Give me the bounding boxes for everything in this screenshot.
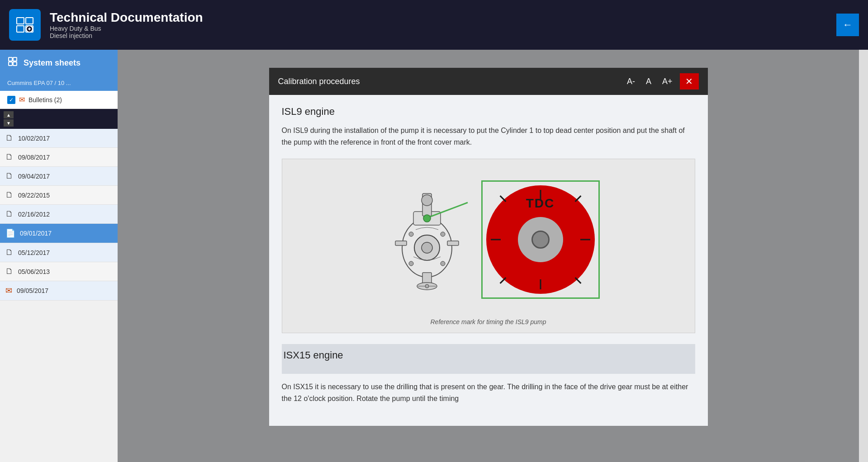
figure-caption: Reference mark for timing the ISL9 pump (289, 318, 688, 325)
modal-title: Calibration procedures (278, 77, 360, 86)
font-decrease-button[interactable]: A- (623, 75, 639, 88)
figure-container: TDC (282, 159, 695, 333)
tick-topleft (499, 195, 506, 202)
bulletins-checkbox[interactable]: ✓ (7, 96, 15, 104)
doc-icon-active: 📄 (5, 228, 15, 238)
modal-dialog: Calibration procedures A- A A+ ✕ ISL9 en… (269, 68, 708, 426)
tick-left (491, 239, 501, 240)
svg-point-21 (441, 261, 445, 266)
system-sheets-icon (7, 56, 18, 70)
tick-top (540, 190, 541, 200)
list-items: 🗋 10/02/2017 🗋 09/08/2017 🗋 09/04/2017 🗋… (0, 129, 118, 462)
svg-point-19 (441, 232, 445, 236)
doc-icon: 🗋 (5, 209, 14, 219)
tdc-hub (531, 231, 550, 249)
svg-rect-15 (395, 241, 407, 245)
sidebar-filter: Cummins EPA 07 / 10 ... (0, 76, 118, 91)
svg-point-20 (409, 261, 413, 266)
svg-rect-8 (13, 62, 17, 66)
sort-asc-button[interactable]: ▲ (4, 111, 14, 118)
svg-line-23 (431, 203, 468, 217)
svg-rect-1 (17, 26, 24, 32)
sort-buttons: ▲ ▼ (4, 111, 14, 127)
list-item[interactable]: 🗋 09/04/2017 (0, 167, 118, 186)
svg-point-22 (423, 215, 431, 222)
table-header: ▲ ▼ (0, 109, 118, 129)
svg-rect-16 (447, 241, 459, 245)
svg-rect-2 (26, 18, 33, 24)
svg-point-18 (409, 232, 413, 236)
bulletins-row[interactable]: ✓ ✉ Bulletins (2) (0, 91, 118, 109)
mail-icon: ✉ (19, 95, 25, 104)
svg-rect-6 (13, 57, 17, 61)
top-bar: Technical Documentation Heavy Duty & Bus… (0, 0, 868, 50)
main-area: System sheets Cummins EPA 07 / 10 ... ✓ … (0, 50, 868, 462)
svg-rect-7 (9, 62, 12, 66)
list-item[interactable]: 🗋 02/16/2012 (0, 205, 118, 224)
figure-inner: TDC (289, 166, 688, 313)
doc-icon: 🗋 (5, 248, 14, 257)
tick-bottomright (574, 277, 581, 284)
list-item[interactable]: 🗋 10/02/2017 (0, 129, 118, 148)
svg-rect-0 (17, 18, 24, 24)
doc-icon: 🗋 (5, 267, 14, 276)
font-increase-button[interactable]: A+ (659, 75, 676, 88)
doc-icon: 🗋 (5, 152, 14, 162)
doc-icon: 🗋 (5, 171, 14, 181)
tick-topright (574, 195, 581, 202)
back-button[interactable]: ← (836, 14, 859, 36)
svg-point-14 (422, 242, 432, 253)
modal-close-button[interactable]: ✕ (680, 73, 699, 90)
mail-doc-icon: ✉ (5, 286, 12, 296)
list-item[interactable]: 🗋 09/08/2017 (0, 148, 118, 167)
svg-point-12 (422, 195, 432, 206)
list-item[interactable]: ✉ 09/05/2017 (0, 281, 118, 301)
modal-overlay: Calibration procedures A- A A+ ✕ ISL9 en… (118, 50, 859, 462)
font-default-button[interactable]: A (642, 75, 655, 88)
list-item[interactable]: 🗋 05/06/2013 (0, 262, 118, 281)
modal-body: ISL9 engine On ISL9 during the installat… (269, 95, 708, 426)
app-shell: Technical Documentation Heavy Duty & Bus… (0, 0, 868, 462)
tick-bottom (540, 279, 541, 289)
content-area: Calibration procedures A- A A+ ✕ ISL9 en… (118, 50, 859, 462)
sidebar-header-label: System sheets (24, 58, 81, 68)
app-title: Technical Documentation (50, 10, 203, 25)
svg-point-26 (425, 284, 429, 288)
list-item[interactable]: 🗋 09/22/2015 (0, 186, 118, 205)
sort-desc-button[interactable]: ▼ (4, 119, 14, 127)
list-item-active[interactable]: 📄 09/01/2017 (0, 224, 118, 243)
pump-sketch (377, 166, 477, 313)
modal-controls: A- A A+ ✕ (623, 73, 699, 90)
sidebar: System sheets Cummins EPA 07 / 10 ... ✓ … (0, 50, 118, 462)
section1-title: ISL9 engine (282, 106, 695, 118)
doc-icon: 🗋 (5, 190, 14, 200)
bulletins-label: Bulletins (2) (28, 96, 62, 104)
list-item[interactable]: 🗋 05/12/2017 (0, 243, 118, 262)
tick-bottomleft (499, 277, 506, 284)
svg-rect-5 (9, 57, 12, 61)
doc-icon: 🗋 (5, 133, 14, 143)
section2-title: ISX15 engine (282, 349, 695, 361)
tdc-diagram: TDC (481, 180, 600, 299)
tdc-outer-circle: TDC (486, 185, 595, 294)
app-subtitle: Heavy Duty & Bus Diesel injection (50, 25, 203, 39)
app-icon (9, 9, 41, 41)
tdc-inner-circle (518, 217, 563, 262)
sidebar-header: System sheets (0, 50, 118, 76)
section1-text: On ISL9 during the installation of the p… (282, 125, 695, 148)
tick-right (580, 239, 590, 240)
modal-header: Calibration procedures A- A A+ ✕ (269, 68, 708, 95)
section2-text: On ISX15 it is necessary to use the dril… (282, 381, 695, 404)
app-title-block: Technical Documentation Heavy Duty & Bus… (50, 10, 203, 39)
right-scrollbar[interactable] (859, 50, 868, 462)
